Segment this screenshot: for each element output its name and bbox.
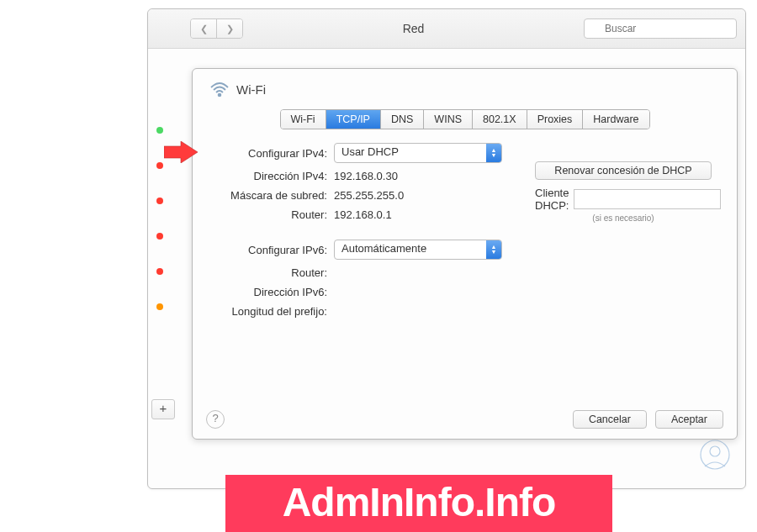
renew-dhcp-button[interactable]: Renovar concesión de DHCP <box>535 161 712 180</box>
status-dot-red <box>156 233 163 240</box>
sheet-footer: ? Cancelar Aceptar <box>206 410 723 429</box>
status-dot-red <box>156 162 163 169</box>
dhcp-client-label: Cliente DHCP: <box>535 187 569 212</box>
config-ipv6-select[interactable]: Automáticamente ▲▼ <box>334 240 502 260</box>
ipv6-address-label: Dirección IPv6: <box>218 286 334 298</box>
wifi-icon <box>209 81 230 97</box>
sheet-title: Wi-Fi <box>236 82 266 97</box>
status-dot-orange <box>156 303 163 310</box>
svg-marker-5 <box>164 141 198 163</box>
restore-button[interactable]: Restaurar... <box>609 455 664 466</box>
add-service-button[interactable]: + <box>151 399 175 419</box>
window-title: Red <box>243 22 584 35</box>
router-value: 192.168.0.1 <box>334 208 392 221</box>
dhcp-client-hint: (si es necesario) <box>535 213 712 223</box>
dhcp-side-group: Renovar concesión de DHCP Cliente DHCP: … <box>535 161 712 223</box>
status-dot-red <box>156 198 163 204</box>
chevron-updown-icon: ▲▼ <box>486 144 501 162</box>
tab-dns[interactable]: DNS <box>381 110 424 129</box>
tab-wins[interactable]: WINS <box>424 110 473 129</box>
chevron-updown-icon: ▲▼ <box>486 240 501 259</box>
preferences-window: ❮ ❯ Red + Asistente... Restaurar... Apli… <box>147 8 746 489</box>
sidebar-status-strip <box>156 127 161 339</box>
config-ipv6-label: Configurar IPv6: <box>218 244 334 256</box>
subnet-value: 255.255.255.0 <box>334 189 404 202</box>
ipv4-address-label: Dirección IPv4: <box>218 170 334 182</box>
tab-proxies[interactable]: Proxies <box>527 110 584 129</box>
tab-hardware[interactable]: Hardware <box>583 110 648 129</box>
accept-button[interactable]: Aceptar <box>655 410 723 429</box>
toolbar: ❮ ❯ Red <box>148 9 745 49</box>
assistant-button[interactable]: Asistente... <box>523 455 575 466</box>
watermark-banner: AdmInInfo.Info <box>225 475 612 532</box>
ipv4-address-value: 192.168.0.30 <box>334 170 398 182</box>
user-avatar-icon <box>700 440 730 470</box>
nav-group: ❮ ❯ <box>190 18 243 39</box>
config-ipv4-label: Configurar IPv4: <box>218 147 334 160</box>
forward-button[interactable]: ❯ <box>217 19 242 38</box>
help-button[interactable]: ? <box>206 410 225 429</box>
config-ipv4-select[interactable]: Usar DHCP ▲▼ <box>334 143 502 163</box>
cancel-button[interactable]: Cancelar <box>573 410 647 429</box>
svg-point-2 <box>701 440 729 469</box>
sheet-header: Wi-Fi <box>193 69 737 104</box>
dhcp-client-input[interactable] <box>574 189 721 209</box>
tab-tcpip[interactable]: TCP/IP <box>326 110 381 129</box>
tab-wifi[interactable]: Wi-Fi <box>281 110 326 129</box>
status-dot-red <box>156 268 163 275</box>
settings-sheet: Wi-Fi Wi-Fi TCP/IP DNS WINS 802.1X Proxi… <box>192 68 738 440</box>
search-input[interactable] <box>584 18 737 39</box>
router6-label: Router: <box>218 266 334 279</box>
subnet-label: Máscara de subred: <box>218 189 334 202</box>
svg-point-4 <box>219 94 221 97</box>
status-dot-green <box>156 127 163 134</box>
sheet-content: Configurar IPv4: Usar DHCP ▲▼ Dirección … <box>193 143 737 318</box>
router-label: Router: <box>218 208 334 221</box>
back-button[interactable]: ❮ <box>191 19 217 38</box>
prefix-length-label: Longitud del prefijo: <box>218 305 334 318</box>
tab-bar: Wi-Fi TCP/IP DNS WINS 802.1X Proxies Har… <box>280 109 650 129</box>
bg-buttons: Asistente... Restaurar... Aplic <box>523 455 720 466</box>
svg-point-3 <box>710 446 720 456</box>
tab-8021x[interactable]: 802.1X <box>473 110 527 129</box>
